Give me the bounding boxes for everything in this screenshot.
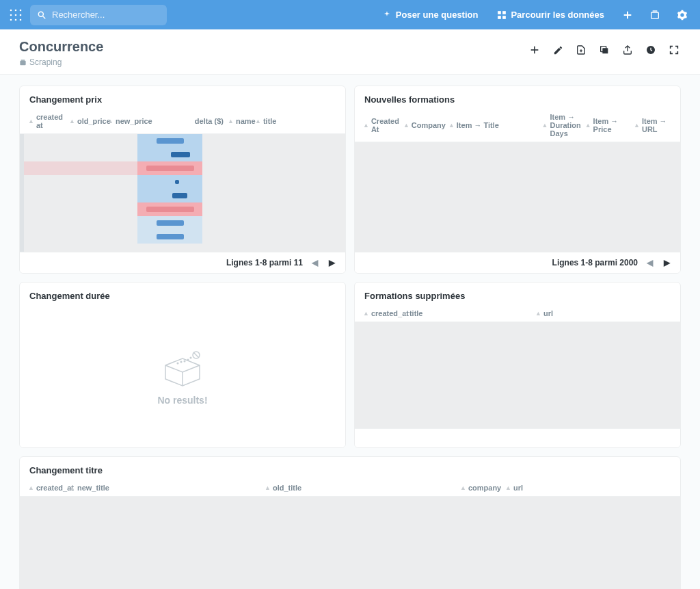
column-header[interactable]: ▲Item → Duration Days: [542, 113, 581, 138]
column-header[interactable]: ▲created at: [28, 113, 65, 129]
column-header[interactable]: ▲url: [505, 484, 672, 492]
card-changement-titre: Changement titre ▲created_at ▲new_title …: [19, 456, 681, 589]
svg-rect-11: [498, 11, 502, 14]
ask-question-link[interactable]: Poser une question: [375, 10, 485, 20]
dashboard-grid: Changement prix ▲created at ▲old_price ▲…: [0, 75, 700, 589]
table-row[interactable]: [137, 189, 202, 202]
table-row[interactable]: [137, 230, 202, 244]
card-footer: Lignes 1-8 parmi 2000 ◀ ▶: [355, 252, 680, 273]
column-header[interactable]: delta ($): [150, 113, 224, 129]
column-header[interactable]: ▲title: [401, 309, 531, 317]
column-headers: ▲Created At ▲Company ▲Item → Title ▲Item…: [355, 110, 680, 142]
search-input[interactable]: [52, 10, 160, 20]
svg-rect-14: [503, 16, 507, 19]
svg-point-5: [20, 14, 22, 16]
search-box[interactable]: [30, 5, 167, 25]
svg-rect-20: [21, 60, 25, 60]
svg-point-6: [10, 18, 12, 21]
svg-point-3: [10, 14, 12, 16]
add-button[interactable]: [617, 4, 638, 26]
card-body: [20, 134, 345, 252]
column-header[interactable]: ▲created_at: [363, 309, 397, 317]
history-button[interactable]: [644, 43, 658, 57]
add-question-button[interactable]: [574, 43, 588, 57]
app-logo[interactable]: [7, 6, 25, 24]
share-button[interactable]: [621, 43, 634, 57]
table-row[interactable]: [137, 175, 202, 189]
svg-point-34: [190, 357, 191, 358]
column-headers: ▲created at ▲old_price ▲new_price delta …: [20, 110, 345, 134]
svg-point-32: [184, 361, 185, 362]
column-header[interactable]: ▲Item → URL: [634, 113, 672, 138]
svg-point-33: [187, 359, 189, 361]
card-changement-duree: Changement durée No results!: [19, 282, 346, 448]
table-row[interactable]: [137, 216, 202, 230]
grid-icon: [497, 10, 507, 20]
column-header[interactable]: ▲old_title: [265, 484, 456, 492]
column-header[interactable]: ▲new_title: [69, 484, 260, 492]
card-title[interactable]: Changement prix: [20, 86, 345, 110]
pagination-label: Lignes 1-8 parmi 11: [226, 258, 303, 267]
column-header[interactable]: ▲company: [460, 484, 501, 492]
breadcrumb[interactable]: Scraping: [19, 57, 528, 67]
table-row[interactable]: [137, 161, 202, 175]
topbar: Poser une question Parcourir les données: [0, 0, 700, 29]
search-icon: [37, 10, 46, 20]
page-title: Concurrence: [19, 39, 528, 55]
column-header[interactable]: ▲name: [228, 113, 251, 129]
card-body: [355, 322, 680, 428]
svg-rect-17: [651, 12, 659, 18]
collection-icon: [19, 59, 27, 66]
card-title[interactable]: Changement titre: [20, 457, 680, 481]
svg-point-4: [15, 14, 17, 16]
empty-box-icon: [159, 348, 206, 389]
card-title[interactable]: Nouvelles formations: [355, 86, 680, 110]
edit-button[interactable]: [551, 43, 565, 57]
prev-page-button[interactable]: ◀: [645, 258, 655, 267]
svg-rect-25: [602, 48, 608, 53]
column-header[interactable]: ▲new_price: [107, 113, 146, 129]
card-formations-supprimees: Formations supprimées ▲created_at ▲title…: [354, 282, 681, 448]
next-page-button[interactable]: ▶: [662, 258, 672, 267]
settings-icon[interactable]: [671, 4, 693, 26]
prev-page-button[interactable]: ◀: [310, 258, 320, 267]
column-header[interactable]: ▲Company: [403, 113, 444, 138]
column-header[interactable]: ▲title: [255, 113, 337, 129]
svg-line-29: [193, 352, 199, 358]
card-title[interactable]: Formations supprimées: [355, 283, 680, 306]
table-row[interactable]: [137, 148, 202, 161]
svg-point-2: [20, 9, 22, 11]
add-card-button[interactable]: [528, 43, 541, 57]
header-actions: [528, 39, 681, 57]
table-row[interactable]: [137, 134, 202, 148]
fullscreen-button[interactable]: [667, 43, 681, 57]
column-headers: ▲created_at ▲title ▲url: [355, 306, 680, 322]
column-headers: ▲created_at ▲new_title ▲old_title ▲compa…: [20, 481, 680, 497]
column-header[interactable]: ▲url: [535, 309, 672, 317]
svg-line-10: [43, 16, 46, 18]
svg-point-7: [15, 18, 17, 21]
pagination-label: Lignes 1-8 parmi 2000: [552, 258, 638, 267]
card-footer: [355, 428, 680, 447]
column-header[interactable]: ▲Item → Price: [585, 113, 630, 138]
column-header[interactable]: ▲Item → Title: [448, 113, 538, 138]
ask-question-label: Poser une question: [396, 10, 479, 20]
collection-icon[interactable]: [644, 4, 666, 26]
card-body: No results!: [20, 306, 345, 447]
dashboard-header: Concurrence Scraping: [0, 29, 700, 75]
svg-point-31: [180, 361, 182, 363]
no-results-label: No results!: [157, 395, 207, 406]
browse-data-link[interactable]: Parcourir les données: [490, 10, 611, 20]
column-header[interactable]: ▲Created At: [363, 113, 399, 138]
card-nouvelles-formations: Nouvelles formations ▲Created At ▲Compan…: [354, 86, 681, 274]
svg-rect-13: [498, 16, 502, 19]
column-header[interactable]: ▲old_price: [69, 113, 103, 129]
card-title[interactable]: Changement durée: [20, 283, 345, 306]
next-page-button[interactable]: ▶: [327, 258, 337, 267]
plus-sparkle-icon: [382, 10, 392, 20]
duplicate-button[interactable]: [597, 43, 611, 57]
svg-rect-19: [20, 60, 25, 64]
table-row[interactable]: [137, 202, 202, 216]
breadcrumb-label: Scraping: [29, 57, 62, 67]
column-header[interactable]: ▲created_at: [28, 484, 65, 492]
